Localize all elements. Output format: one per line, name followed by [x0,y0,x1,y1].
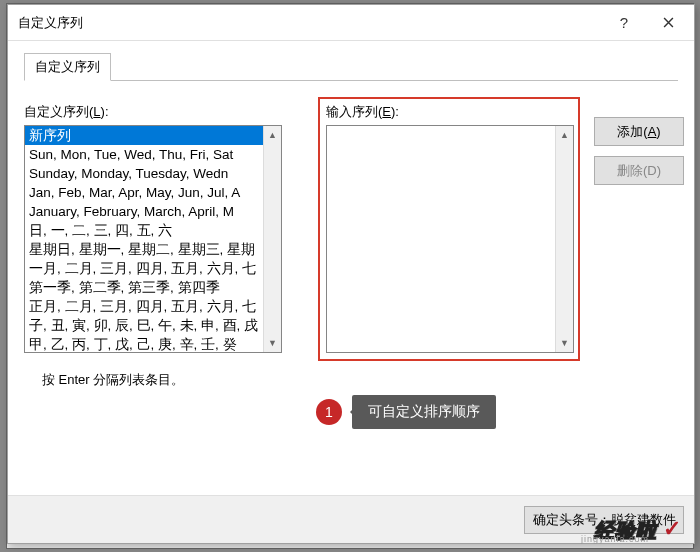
annotation-callout: 1 可自定义排序顺序 [316,395,496,429]
entries-label: 输入序列(E): [326,103,574,121]
list-item[interactable]: 子, 丑, 寅, 卯, 辰, 巳, 午, 未, 申, 酉, 戌 [25,316,263,335]
tab-pane: 自定义序列(L): 新序列 Sun, Mon, Tue, Wed, Thu, F… [24,103,678,487]
tab-row: 自定义序列 [24,53,678,83]
entries-textarea[interactable]: ▲ ▼ [326,125,574,353]
entries-scrollbar[interactable]: ▲ ▼ [555,126,573,352]
entries-highlight-box: 输入序列(E): ▲ ▼ [318,97,580,361]
close-icon [663,17,674,28]
list-item[interactable]: Jan, Feb, Mar, Apr, May, Jun, Jul, A [25,183,263,202]
list-item[interactable]: 新序列 [25,126,263,145]
entries-column: 输入序列(E): ▲ ▼ [318,97,580,361]
list-item[interactable]: Sun, Mon, Tue, Wed, Thu, Fri, Sat [25,145,263,164]
custom-lists-label: 自定义序列(L): [24,103,284,121]
scroll-down-icon[interactable]: ▼ [556,334,574,352]
list-item[interactable]: 正月, 二月, 三月, 四月, 五月, 六月, 七 [25,297,263,316]
delete-button: 删除(D) [594,156,684,185]
ok-button[interactable]: 确定头条号：脱贫建数件 [524,506,684,534]
annotation-number: 1 [316,399,342,425]
list-item[interactable]: 星期日, 星期一, 星期二, 星期三, 星期 [25,240,263,259]
scroll-down-icon[interactable]: ▼ [264,334,282,352]
enter-hint: 按 Enter 分隔列表条目。 [24,371,284,389]
dialog-footer: 确定头条号：脱贫建数件 [8,495,694,543]
dialog-content: 自定义序列 自定义序列(L): 新序列 Sun, Mon, Tue, Wed, … [8,41,694,495]
custom-lists-inner: 新序列 Sun, Mon, Tue, Wed, Thu, Fri, Sat Su… [25,126,263,352]
list-item[interactable]: 日, 一, 二, 三, 四, 五, 六 [25,221,263,240]
list-item[interactable]: January, February, March, April, M [25,202,263,221]
add-button[interactable]: 添加(A) [594,117,684,146]
scroll-up-icon[interactable]: ▲ [556,126,574,144]
titlebar: 自定义序列 ? [8,5,694,41]
window-title: 自定义序列 [18,14,602,32]
action-buttons-column: 添加(A) 删除(D) [594,117,680,195]
annotation-text: 可自定义排序顺序 [352,395,496,429]
custom-lists-box[interactable]: 新序列 Sun, Mon, Tue, Wed, Thu, Fri, Sat Su… [24,125,282,353]
list-item[interactable]: 第一季, 第二季, 第三季, 第四季 [25,278,263,297]
list-item[interactable]: 一月, 二月, 三月, 四月, 五月, 六月, 七 [25,259,263,278]
tab-custom-lists[interactable]: 自定义序列 [24,53,111,81]
list-item[interactable]: Sunday, Monday, Tuesday, Wedn [25,164,263,183]
tab-underline [24,80,678,81]
list-item[interactable]: 甲, 乙, 丙, 丁, 戊, 己, 庚, 辛, 壬, 癸 [25,335,263,352]
dialog-window: 自定义序列 ? 自定义序列 自定义序列(L): 新序列 Sun, Mon, Tu… [7,4,695,544]
help-button[interactable]: ? [602,8,646,38]
close-button[interactable] [646,8,690,38]
scroll-up-icon[interactable]: ▲ [264,126,282,144]
list-scrollbar[interactable]: ▲ ▼ [263,126,281,352]
custom-lists-column: 自定义序列(L): 新序列 Sun, Mon, Tue, Wed, Thu, F… [24,103,284,389]
